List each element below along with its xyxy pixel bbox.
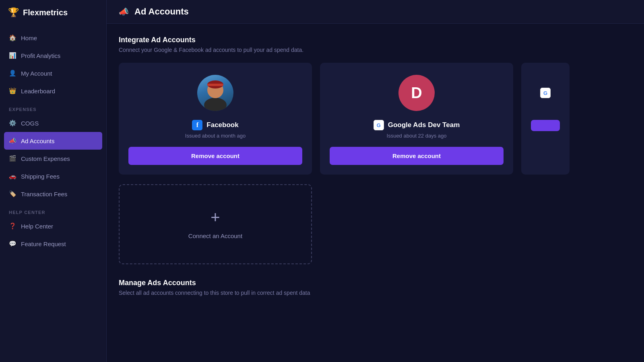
google-account-card: D G Google Ads Dev Team Issued about 22 … bbox=[320, 63, 513, 175]
sidebar-item-label: Feature Request bbox=[21, 241, 66, 247]
partial-google-icon: G bbox=[540, 88, 551, 98]
sidebar-item-label: Profit Analytics bbox=[21, 52, 60, 59]
sidebar-item-transaction-fees[interactable]: 🏷️ Transaction Fees bbox=[0, 185, 106, 203]
sidebar-item-label: Ad Accounts bbox=[21, 138, 54, 144]
app-logo: 🏆 Flexmetrics bbox=[0, 0, 106, 25]
sidebar-item-cogs[interactable]: ⚙️ COGS bbox=[0, 114, 106, 132]
google-name: Google Ads Dev Team bbox=[388, 121, 460, 129]
google-platform: G Google Ads Dev Team bbox=[374, 120, 460, 130]
profit-analytics-icon: 📊 bbox=[9, 52, 16, 59]
facebook-account-card: f Facebook Issued about a month ago Remo… bbox=[119, 63, 312, 175]
sidebar: 🏆 Flexmetrics 🏠 Home 📊 Profit Analytics … bbox=[0, 0, 107, 362]
my-account-icon: 👤 bbox=[9, 70, 16, 77]
ad-accounts-icon: 📣 bbox=[9, 137, 16, 144]
facebook-issued: Issued about a month ago bbox=[185, 133, 246, 139]
svg-rect-3 bbox=[207, 84, 223, 86]
sidebar-item-label: Custom Expenses bbox=[21, 155, 70, 162]
topbar: 📣 Ad Accounts bbox=[107, 0, 644, 24]
sidebar-item-help-center[interactable]: ❓ Help Center bbox=[0, 217, 106, 235]
sidebar-item-leaderboard[interactable]: 👑 Leaderboard bbox=[0, 82, 106, 100]
manage-title: Manage Ads Accounts bbox=[119, 279, 632, 287]
page-title: Ad Accounts bbox=[134, 6, 189, 17]
facebook-avatar bbox=[197, 75, 233, 111]
sidebar-item-ad-accounts[interactable]: 📣 Ad Accounts bbox=[4, 132, 102, 150]
app-name: Flexmetrics bbox=[23, 8, 68, 17]
integrate-title: Integrate Ad Accounts bbox=[119, 36, 632, 44]
integrate-subtitle: Connect your Google & Facebook ad accoun… bbox=[119, 47, 632, 53]
sidebar-item-label: Leaderboard bbox=[21, 88, 55, 95]
sidebar-item-profit-analytics[interactable]: 📊 Profit Analytics bbox=[0, 47, 106, 64]
main-content: 📣 Ad Accounts Integrate Ad Accounts Conn… bbox=[107, 0, 644, 362]
svg-point-0 bbox=[204, 98, 227, 111]
facebook-icon: f bbox=[192, 120, 202, 130]
sidebar-nav: 🏠 Home 📊 Profit Analytics 👤 My Account 👑… bbox=[0, 25, 106, 257]
shipping-fees-icon: 🚗 bbox=[9, 173, 16, 180]
account-cards-row: f Facebook Issued about a month ago Remo… bbox=[119, 63, 632, 175]
partial-account-card: G bbox=[521, 63, 570, 175]
sidebar-item-label: COGS bbox=[21, 120, 39, 127]
sidebar-item-my-account[interactable]: 👤 My Account bbox=[0, 64, 106, 82]
logo-icon: 🏆 bbox=[8, 7, 19, 18]
content-area: Integrate Ad Accounts Connect your Googl… bbox=[107, 24, 644, 362]
cogs-icon: ⚙️ bbox=[9, 119, 16, 127]
sidebar-item-home[interactable]: 🏠 Home bbox=[0, 29, 106, 47]
transaction-fees-icon: 🏷️ bbox=[9, 190, 16, 197]
help-section-label: HELP CENTER bbox=[0, 203, 106, 217]
google-icon: G bbox=[374, 120, 384, 130]
sidebar-item-feature-request[interactable]: 💬 Feature Request bbox=[0, 235, 106, 253]
feature-request-icon: 💬 bbox=[9, 240, 16, 247]
partial-remove-button[interactable] bbox=[531, 120, 560, 131]
connect-plus-icon: + bbox=[211, 209, 220, 225]
leaderboard-icon: 👑 bbox=[9, 87, 16, 95]
home-icon: 🏠 bbox=[9, 34, 16, 41]
expenses-section-label: EXPENSES bbox=[0, 100, 106, 114]
connect-label: Connect an Account bbox=[188, 232, 242, 239]
facebook-name: Facebook bbox=[206, 121, 238, 129]
facebook-platform: f Facebook bbox=[192, 120, 238, 130]
sidebar-item-label: Help Center bbox=[21, 223, 53, 230]
sidebar-item-custom-expenses[interactable]: 🎬 Custom Expenses bbox=[0, 150, 106, 167]
sidebar-item-label: Transaction Fees bbox=[21, 191, 67, 197]
connect-account-card[interactable]: + Connect an Account bbox=[119, 184, 312, 264]
facebook-remove-button[interactable]: Remove account bbox=[128, 147, 302, 165]
google-avatar: D bbox=[398, 75, 435, 111]
sidebar-item-label: Home bbox=[21, 35, 37, 41]
google-remove-button[interactable]: Remove account bbox=[330, 147, 504, 165]
google-issued: Issued about 22 days ago bbox=[387, 133, 447, 139]
sidebar-item-shipping-fees[interactable]: 🚗 Shipping Fees bbox=[0, 167, 106, 185]
sidebar-item-label: My Account bbox=[21, 70, 52, 77]
help-center-icon: ❓ bbox=[9, 222, 16, 230]
topbar-icon: 📣 bbox=[119, 7, 129, 16]
manage-subtitle: Select all ad accounts connecting to thi… bbox=[119, 290, 632, 296]
sidebar-item-label: Shipping Fees bbox=[21, 173, 60, 180]
custom-expenses-icon: 🎬 bbox=[9, 155, 16, 162]
